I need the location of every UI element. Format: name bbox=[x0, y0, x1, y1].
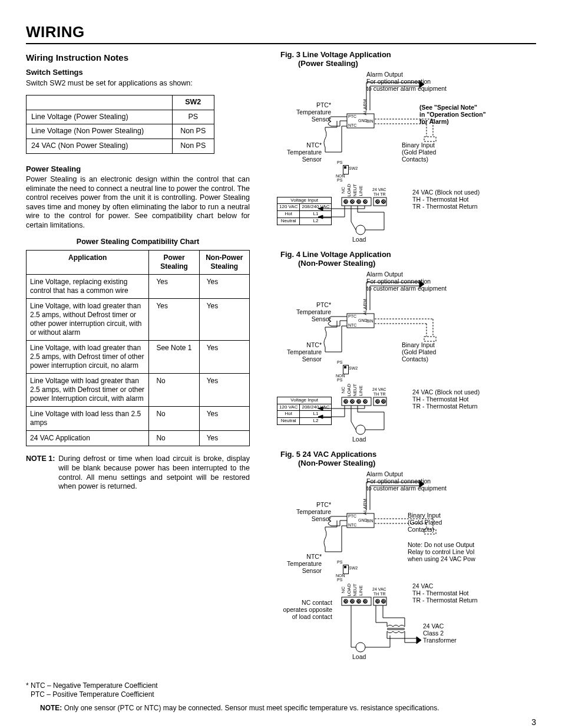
fig3-alarm-out: Alarm Output For optional connection to … bbox=[366, 71, 447, 92]
compat-ps-4: No bbox=[149, 407, 199, 431]
fig5-title: Fig. 5 24 VAC Applications (Non-Power St… bbox=[280, 450, 536, 468]
fig4-ptc: PTC* Temperature Sensor bbox=[302, 301, 331, 322]
footnote-note-text: Only one sensor (PTC or NTC) may be conn… bbox=[62, 704, 439, 712]
fig3-ntc: NTC* Temperature Sensor bbox=[286, 141, 322, 163]
fig5-relay-load: LOAD bbox=[347, 584, 352, 597]
screw-icon bbox=[381, 599, 386, 604]
table-row: Line Voltage with load less than 2.5 amp… bbox=[27, 407, 250, 431]
svg-rect-55 bbox=[424, 337, 436, 341]
fig3-24vac: 24 VAC (Block not used) TH - Thermostat … bbox=[412, 189, 480, 210]
fig3-sw-ps2: PS bbox=[337, 178, 342, 183]
compat-ps-2: See Note 1 bbox=[149, 341, 199, 374]
compat-nps-0: Yes bbox=[199, 275, 249, 299]
fig3-term-bin: BIN bbox=[366, 119, 373, 124]
svg-point-23 bbox=[356, 225, 365, 235]
fig5-note: Note: Do not use Output Relay to control… bbox=[408, 541, 475, 562]
fig4-24vac: 24 VAC (Block not used) TH - Thermostat … bbox=[412, 388, 480, 410]
sw2-app-2: 24 VAC (Non Power Stealing) bbox=[27, 139, 173, 154]
fig3-voltage-input: Voltage Input 120 VAC208/240 VAC HotL1 N… bbox=[277, 197, 332, 225]
fig5-alarm-out: Alarm Output For optional connection to … bbox=[366, 470, 447, 492]
fig4-term-ntc: NTC bbox=[348, 323, 356, 328]
power-stealing-text: Power Stealing is an electronic design w… bbox=[26, 175, 250, 230]
svg-line-63 bbox=[351, 421, 356, 430]
fig4-diagram: Alarm Output For optional connection to … bbox=[266, 271, 490, 442]
fig4-relay-line: LINE bbox=[359, 386, 363, 396]
fig3-title-l2: (Power Stealing) bbox=[298, 59, 536, 68]
compat-app-0: Line Voltage, replacing existing control… bbox=[27, 275, 149, 299]
fig3-term-ntc: NTC bbox=[348, 123, 356, 129]
compat-h2: Power Stealing bbox=[149, 251, 199, 275]
title-text: WIRING bbox=[26, 22, 85, 42]
footnote-note-label: NOTE: bbox=[40, 704, 62, 712]
compat-app-4: Line Voltage with load less than 2.5 amp… bbox=[27, 407, 149, 431]
fig3-title: Fig. 3 Line Voltage Application (Power S… bbox=[280, 50, 536, 68]
fig4-relay-load: LOAD bbox=[347, 384, 352, 397]
screw-icon bbox=[363, 199, 368, 204]
fig5-ptc: PTC* Temperature Sensor bbox=[302, 501, 331, 522]
fig3-binary: Binary Input (Gold Plated Contacts) bbox=[402, 141, 436, 163]
screw-icon bbox=[356, 399, 361, 404]
fig5-title-l1: Fig. 5 24 VAC Applications bbox=[280, 450, 376, 459]
fig5-diagram: Alarm Output For optional connection to … bbox=[266, 470, 490, 659]
fig5-nc-contact: NC contact operates opposite of load con… bbox=[278, 599, 332, 620]
sw2-header-empty bbox=[27, 95, 173, 110]
fig5-load: Load bbox=[352, 653, 366, 660]
fig4-voltage-input: Voltage Input 120 VAC208/240 VAC HotL1 N… bbox=[277, 397, 332, 425]
screw-icon bbox=[363, 599, 368, 604]
table-row: Line Voltage, replacing existing control… bbox=[27, 275, 250, 299]
compat-app-1: Line Voltage, with load greater than 2.5… bbox=[27, 299, 149, 341]
table-row: Line Voltage (Power Stealing) PS bbox=[27, 110, 214, 124]
compat-h3: Non-Power Stealing bbox=[199, 251, 249, 275]
fig5-sw-sw2: SW2 bbox=[349, 566, 358, 571]
fig5-relay-line: LINE bbox=[359, 585, 363, 596]
compat-ps-0: Yes bbox=[149, 275, 199, 299]
note-1: NOTE 1: During defrost or time when load… bbox=[26, 454, 250, 492]
fig5-term-alarm: ALARM bbox=[363, 499, 368, 515]
note-1-text: During defrost or time when load circuit… bbox=[58, 454, 250, 492]
screw-icon bbox=[343, 599, 348, 604]
fig5-term-ptc: PTC bbox=[348, 514, 356, 519]
fig4-alarm-out: Alarm Output For optional connection to … bbox=[366, 271, 447, 292]
fig5-relay-neut: NEUT bbox=[353, 584, 358, 597]
fig4-load: Load bbox=[352, 436, 366, 443]
sw2-header: SW2 bbox=[172, 95, 214, 110]
table-row: Line Voltage (Non Power Stealing) Non PS bbox=[27, 124, 214, 139]
fig5-sw2-box bbox=[343, 565, 349, 574]
fig5-term-bin: BIN bbox=[366, 519, 373, 524]
fig5-title-l2: (Non-Power Stealing) bbox=[298, 459, 536, 468]
wiring-notes-heading: Wiring Instruction Notes bbox=[26, 52, 250, 64]
fig4-title-l2: (Non-Power Stealing) bbox=[298, 259, 536, 268]
fig3-relay-load: LOAD bbox=[347, 184, 352, 197]
fig4-ntc: NTC* Temperature Sensor bbox=[286, 341, 322, 363]
sw2-val-1: Non PS bbox=[172, 124, 214, 139]
sw2-app-1: Line Voltage (Non Power Stealing) bbox=[27, 124, 173, 139]
fig3-ptc: PTC* Temperature Sensor bbox=[302, 101, 331, 123]
fig4-sw2-box bbox=[343, 365, 349, 374]
fig4-relay-neut: NEUT bbox=[353, 384, 358, 397]
fig3-relay-line: LINE bbox=[359, 186, 363, 196]
compat-nps-5: Yes bbox=[199, 431, 249, 446]
switch-settings-heading: Switch Settings bbox=[26, 68, 250, 77]
footnote-star-l1: * NTC – Negative Temperature Coefficient bbox=[26, 681, 158, 690]
compat-nps-2: Yes bbox=[199, 341, 249, 374]
svg-line-27 bbox=[351, 222, 356, 230]
screw-icon bbox=[343, 199, 348, 204]
fig5-ntc: NTC* Temperature Sensor bbox=[286, 553, 322, 574]
fig4-binary: Binary Input (Gold Plated Contacts) bbox=[402, 341, 436, 363]
svg-point-95 bbox=[356, 643, 365, 652]
fig5-24vac: 24 VAC TH - Thermostat Hot TR - Thermost… bbox=[412, 582, 478, 604]
compat-app-5: 24 VAC Application bbox=[27, 431, 149, 446]
svg-marker-108 bbox=[416, 637, 421, 644]
page-title: WIRING bbox=[26, 22, 536, 44]
screw-icon bbox=[375, 599, 380, 604]
fig5-term-ntc: NTC bbox=[348, 523, 356, 528]
table-row: 24 VAC ApplicationNoYes bbox=[27, 431, 250, 446]
note-1-label: NOTE 1: bbox=[26, 454, 55, 492]
fig4-sw-ps2: PS bbox=[337, 378, 342, 383]
fig4-title: Fig. 4 Line Voltage Application (Non-Pow… bbox=[280, 250, 536, 268]
table-row: Line Voltage with load greater than 2.5 … bbox=[27, 374, 250, 407]
sw2-val-0: PS bbox=[172, 110, 214, 124]
fig3-term-alarm: ALARM bbox=[363, 99, 368, 116]
fig3-sw-ps: PS bbox=[337, 160, 342, 166]
sw2-table: SW2 Line Voltage (Power Stealing) PS Lin… bbox=[26, 95, 214, 154]
